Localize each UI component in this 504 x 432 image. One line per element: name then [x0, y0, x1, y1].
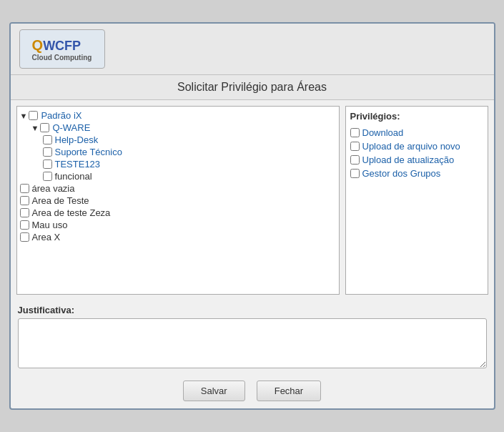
tree-item-mau-uso[interactable]: Mau uso: [20, 219, 336, 231]
logo-sub: Cloud Computing: [32, 54, 92, 62]
tree-label-area-zeza: Area de teste Zeza: [32, 207, 111, 218]
tree-label-area-vazia: área vazia: [32, 183, 75, 194]
checkbox-suporte[interactable]: [43, 147, 52, 157]
button-row: Salvar Fechar: [11, 373, 494, 408]
checkbox-area-x[interactable]: [20, 232, 29, 242]
tree-label-qware: Q-WARE: [52, 122, 90, 133]
tree-item-qware[interactable]: ▼ Q-WARE: [20, 122, 336, 134]
checkbox-qware[interactable]: [40, 123, 49, 132]
privilege-item-upload-atualizacao[interactable]: Upload de atualização: [350, 153, 483, 167]
privilege-item-download[interactable]: Download: [350, 126, 483, 139]
save-button[interactable]: Salvar: [183, 381, 245, 401]
checkbox-padrao[interactable]: [29, 111, 38, 120]
checkbox-funcional[interactable]: [43, 172, 52, 181]
checkbox-area-vazia[interactable]: [20, 184, 29, 193]
privilege-item-gestor[interactable]: Gestor dos Grupos: [350, 167, 483, 180]
tree-label-suporte: Suporte Técnico: [55, 147, 122, 157]
logo-q: Q: [32, 37, 44, 53]
logo: QWCFP Cloud Computing: [19, 29, 105, 69]
checkbox-area-teste[interactable]: [20, 196, 29, 205]
checkbox-upload-novo[interactable]: [350, 142, 360, 151]
tree-panel[interactable]: ▼ Padrão iX ▼ Q-WARE Help-Desk Suporte T…: [16, 106, 340, 295]
tree-label-area-teste: Area de Teste: [32, 195, 89, 206]
tree-item-area-vazia[interactable]: área vazia: [20, 182, 336, 195]
tree-item-teste123[interactable]: TESTE123: [20, 158, 336, 170]
expand-icon-padrao[interactable]: ▼: [20, 112, 28, 120]
justificativa-label: Justificativa:: [18, 305, 487, 315]
tree-item-area-teste[interactable]: Area de Teste: [20, 195, 336, 207]
header-logo-section: QWCFP Cloud Computing: [11, 24, 494, 75]
checkbox-area-zeza[interactable]: [20, 208, 29, 217]
logo-wcfp: WCFP: [43, 39, 81, 53]
checkbox-download[interactable]: [350, 128, 360, 137]
tree-item-funcional[interactable]: funcional: [20, 170, 336, 182]
tree-label-teste123: TESTE123: [55, 159, 101, 170]
tree-label-padrao: Padrão iX: [41, 110, 81, 121]
privilege-label-upload-atualizacao: Upload de atualização: [362, 154, 455, 165]
privilege-label-gestor: Gestor dos Grupos: [362, 168, 441, 179]
privilege-item-upload-novo[interactable]: Upload de arquivo novo: [350, 139, 483, 153]
page-title: Solicitar Privilégio para Áreas: [11, 75, 494, 100]
justificativa-section: Justificativa:: [11, 300, 494, 373]
tree-item-padrao[interactable]: ▼ Padrão iX: [20, 109, 336, 122]
tree-item-area-x[interactable]: Area X: [20, 231, 336, 243]
privileges-panel: Privilégios: Download Upload de arquivo …: [345, 106, 488, 295]
expand-icon-qware[interactable]: ▼: [31, 124, 39, 132]
close-button[interactable]: Fechar: [257, 381, 321, 401]
tree-label-area-x: Area X: [32, 232, 61, 242]
tree-item-area-zeza[interactable]: Area de teste Zeza: [20, 207, 336, 219]
tree-item-helpdesk[interactable]: Help-Desk: [20, 134, 336, 146]
checkbox-upload-atualizacao[interactable]: [350, 155, 360, 165]
checkbox-gestor[interactable]: [350, 169, 360, 178]
checkbox-mau-uso[interactable]: [20, 220, 29, 230]
justificativa-textarea[interactable]: [18, 318, 487, 368]
privilege-label-upload-novo: Upload de arquivo novo: [362, 141, 460, 152]
main-content: ▼ Padrão iX ▼ Q-WARE Help-Desk Suporte T…: [11, 100, 494, 300]
privilege-label-download: Download: [362, 127, 404, 138]
privileges-title: Privilégios:: [350, 111, 483, 122]
tree-item-suporte[interactable]: Suporte Técnico: [20, 146, 336, 158]
checkbox-helpdesk[interactable]: [43, 135, 52, 144]
checkbox-teste123[interactable]: [43, 159, 52, 169]
tree-label-mau-uso: Mau uso: [32, 220, 68, 230]
tree-label-helpdesk: Help-Desk: [55, 134, 99, 145]
tree-label-funcional: funcional: [55, 171, 92, 182]
main-window: QWCFP Cloud Computing Solicitar Privilég…: [9, 22, 495, 410]
